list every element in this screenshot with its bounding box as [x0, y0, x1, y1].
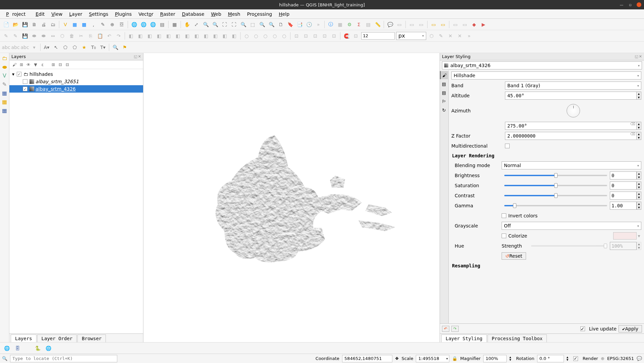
measure-icon[interactable]: 📏: [374, 20, 382, 29]
move-icon[interactable]: ↔: [49, 32, 57, 40]
menu-web[interactable]: Web: [208, 11, 225, 17]
style-icon[interactable]: 🖌: [11, 62, 17, 68]
style-layer-select[interactable]: albay_srtm_4326: [442, 61, 642, 69]
misc1-icon[interactable]: ▭: [451, 20, 459, 29]
band-select[interactable]: Band 1 (Gray): [505, 82, 641, 90]
renderer-select[interactable]: Hillshade: [451, 71, 641, 80]
brightness-value[interactable]: [610, 171, 637, 179]
label3-icon[interactable]: abc: [21, 43, 29, 51]
close-panel-icon[interactable]: ✕: [639, 54, 642, 59]
invert-checkbox[interactable]: [502, 213, 506, 218]
add-xyz-icon[interactable]: ☲: [118, 20, 126, 29]
messages-icon[interactable]: 💬: [637, 356, 642, 361]
filter-icon[interactable]: ▭: [430, 20, 438, 29]
adv6-icon[interactable]: ◧: [174, 32, 182, 40]
pencil-icon[interactable]: ✎: [2, 32, 10, 40]
zoom-layer-icon[interactable]: 🔍: [239, 20, 247, 29]
brightness-slider[interactable]: [504, 175, 607, 176]
menu-project[interactable]: Project: [3, 11, 32, 17]
azimuth-input[interactable]: [505, 122, 637, 130]
snap4-icon[interactable]: ⊡: [321, 32, 329, 40]
menu-vector[interactable]: Vector: [135, 11, 157, 17]
undo-icon[interactable]: ↶: [105, 32, 113, 40]
zoom-in-icon[interactable]: 🔍: [202, 20, 210, 29]
new-virtual-icon[interactable]: ▦: [1, 98, 8, 105]
expand-icon[interactable]: ⊞: [50, 62, 56, 68]
label1-icon[interactable]: abc: [2, 43, 10, 51]
transparency-tab[interactable]: ▤: [440, 80, 448, 88]
poly-icon[interactable]: ⬠: [61, 43, 69, 51]
snap-distance-input[interactable]: [361, 32, 395, 40]
redo-icon[interactable]: ↷: [115, 32, 123, 40]
stepper-arrows[interactable]: ▲▼: [637, 182, 641, 190]
colorize-color[interactable]: [613, 232, 637, 240]
snap2-icon[interactable]: ⊡: [302, 32, 310, 40]
gear-icon[interactable]: ⚙: [345, 20, 353, 29]
tab-processing-toolbox[interactable]: Processing Toolbox: [488, 334, 547, 342]
undock-icon[interactable]: ◱: [134, 54, 137, 59]
close-panel-icon[interactable]: ✕: [138, 54, 141, 59]
bookmarks-icon[interactable]: 📑: [296, 20, 304, 29]
paste-icon[interactable]: 📋: [96, 32, 104, 40]
new-raster-icon[interactable]: ✎: [1, 81, 8, 88]
stats-icon[interactable]: ▤: [364, 20, 372, 29]
zfactor-input[interactable]: [505, 132, 637, 140]
zoom-full-icon[interactable]: ⛶: [220, 20, 229, 29]
adv2-icon[interactable]: ◧: [136, 32, 144, 40]
overflow2-icon[interactable]: »: [465, 32, 473, 40]
color-dropdown-icon[interactable]: ▾: [637, 233, 641, 239]
undo-style-button[interactable]: ↶: [442, 326, 449, 332]
yt-icon[interactable]: ▶: [479, 20, 488, 29]
undock-icon[interactable]: ◱: [635, 54, 638, 59]
network-icon[interactable]: 🌐: [3, 344, 11, 352]
digitize-icon[interactable]: ⬬: [40, 32, 48, 40]
db-icon[interactable]: 🗄: [13, 344, 21, 352]
table-icon[interactable]: ▦: [171, 20, 179, 29]
globe2-icon[interactable]: 🌐: [139, 20, 147, 29]
overflow-icon[interactable]: »: [314, 20, 322, 29]
lock-icon[interactable]: 🔒: [452, 356, 457, 361]
coordinate-value[interactable]: 584652,1480751: [342, 355, 392, 362]
shape5-icon[interactable]: ○: [280, 32, 288, 40]
live-update-checkbox[interactable]: ✓: [580, 326, 585, 331]
deselect-icon[interactable]: ▭: [408, 20, 416, 29]
add-delimited-icon[interactable]: ,: [89, 20, 98, 29]
label4-icon[interactable]: ▾: [30, 43, 38, 51]
history-tab[interactable]: ↻: [440, 106, 448, 114]
self-icon[interactable]: ✕: [446, 32, 454, 40]
adv1-icon[interactable]: ◧: [127, 32, 135, 40]
edit-icon[interactable]: ✎: [99, 20, 107, 29]
adv8-icon[interactable]: ◧: [193, 32, 201, 40]
text2-icon[interactable]: T▾: [99, 43, 107, 51]
new-vector-icon[interactable]: V: [1, 72, 8, 79]
scale-select[interactable]: 1:495518▾: [416, 355, 449, 362]
shape3-icon[interactable]: ○: [261, 32, 269, 40]
text-icon[interactable]: T₀: [89, 43, 98, 51]
minimize-icon[interactable]: —: [619, 2, 624, 7]
menu-help[interactable]: Help: [275, 11, 293, 17]
snap-opt-icon[interactable]: ⊡: [352, 32, 360, 40]
pan-selection-icon[interactable]: ⤢: [192, 20, 200, 29]
layout-manager-icon[interactable]: 🗂: [49, 20, 57, 29]
filter-legend-icon[interactable]: ▼: [33, 62, 39, 68]
redo-style-button[interactable]: ↷: [451, 326, 459, 332]
filter2-icon[interactable]: ▭: [439, 20, 447, 29]
blending-select[interactable]: Normal: [502, 161, 641, 169]
node-icon[interactable]: ⬡: [58, 32, 66, 40]
snap5-icon[interactable]: ⊡: [330, 32, 338, 40]
reset-button[interactable]: ↺Reset: [502, 252, 526, 260]
adv5-icon[interactable]: ◧: [165, 32, 173, 40]
contrast-value[interactable]: [610, 192, 637, 200]
add-group-icon[interactable]: ⊞: [18, 62, 24, 68]
adv12-icon[interactable]: ◧: [230, 32, 238, 40]
quickosm-icon[interactable]: 🔍: [111, 43, 119, 51]
crs-value[interactable]: EPSG:32651: [607, 356, 634, 361]
shape1-icon[interactable]: ○: [243, 32, 251, 40]
gamma-slider[interactable]: [504, 205, 607, 206]
shape4-icon[interactable]: ○: [271, 32, 279, 40]
stepper-arrows[interactable]: ▲▼: [637, 192, 641, 200]
print-layout-icon[interactable]: 🖨: [40, 20, 48, 29]
zoom-selection-icon[interactable]: ⛶: [230, 20, 238, 29]
add-wms-icon[interactable]: ⊕: [108, 20, 116, 29]
menu-database[interactable]: Database: [179, 11, 208, 17]
